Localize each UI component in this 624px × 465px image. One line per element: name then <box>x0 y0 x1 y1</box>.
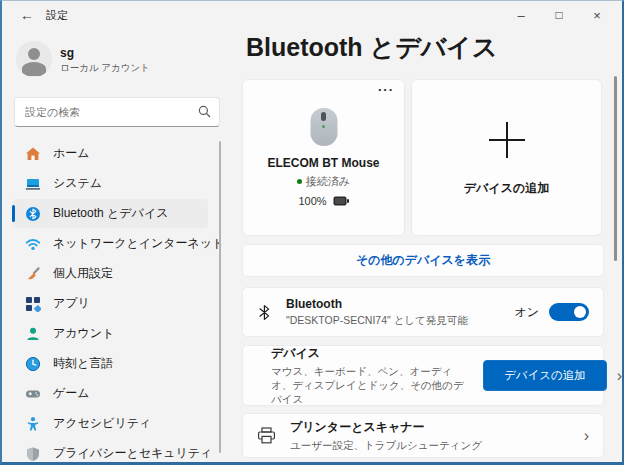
sidebar-item-privacy-security[interactable]: プライバシーとセキュリティ <box>12 439 208 465</box>
main-scrollbar[interactable] <box>614 76 617 261</box>
sidebar-item-time-language[interactable]: 時刻と言語 <box>12 349 208 378</box>
printers-row[interactable]: プリンターとスキャナー ユーザー設定、トラブルシューティング › <box>242 413 604 458</box>
sidebar-scrollbar[interactable] <box>219 141 221 453</box>
sidebar-item-accounts[interactable]: アカウント <box>12 319 208 348</box>
sidebar-item-personalization[interactable]: 個人用設定 <box>12 259 208 288</box>
sidebar-item-bluetooth-devices[interactable]: Bluetooth とデバイス <box>12 199 208 228</box>
sidebar-item-label: システム <box>53 175 102 192</box>
sidebar-item-label: ゲーム <box>53 385 90 402</box>
sidebar-item-accessibility[interactable]: アクセシビリティ <box>12 409 208 438</box>
device-status: 接続済み <box>243 174 404 189</box>
chevron-right-icon: › <box>584 428 589 444</box>
user-name: sg <box>60 46 74 60</box>
bluetooth-row-title: Bluetooth <box>286 297 468 311</box>
printers-row-subtitle: ユーザー設定、トラブルシューティング <box>290 438 482 452</box>
back-button[interactable]: ← <box>14 4 40 26</box>
add-device-button[interactable]: デバイスの追加 <box>483 360 607 391</box>
add-device-card[interactable]: デバイスの追加 <box>411 79 602 236</box>
maximize-button[interactable]: □ <box>540 1 578 29</box>
user-account-button[interactable]: sg ローカル アカウント <box>16 41 216 81</box>
sidebar-item-system[interactable]: システム <box>12 169 208 198</box>
gaming-icon <box>25 386 41 402</box>
battery-icon <box>333 196 349 206</box>
show-more-devices-button[interactable]: その他のデバイスを表示 <box>242 244 604 277</box>
accessibility-icon <box>25 416 41 432</box>
personalization-icon <box>25 266 41 282</box>
chevron-right-icon: › <box>617 368 622 384</box>
sidebar-item-label: アクセシビリティ <box>53 415 151 432</box>
device-card: ··· ELECOM BT Mouse 接続済み 100% <box>242 79 405 236</box>
plus-icon <box>487 120 527 160</box>
sidebar-item-label: ネットワークとインターネット <box>53 235 224 252</box>
sidebar-item-gaming[interactable]: ゲーム <box>12 379 208 408</box>
sidebar-item-label: アカウント <box>53 325 114 342</box>
devices-row-title: デバイス <box>271 345 469 362</box>
add-device-card-label: デバイスの追加 <box>412 180 601 197</box>
window-controls: – □ × <box>502 1 616 29</box>
settings-search <box>14 97 220 127</box>
devices-row-subtitle: マウス、キーボード、ペン、オーディオ、ディスプレイとドック、その他のデバイス <box>271 364 469 407</box>
accounts-icon <box>25 326 41 342</box>
printer-icon <box>257 427 276 444</box>
device-menu-button[interactable]: ··· <box>378 82 394 97</box>
device-name: ELECOM BT Mouse <box>243 156 404 170</box>
mouse-image <box>310 108 337 146</box>
user-account-type: ローカル アカウント <box>60 62 150 75</box>
devices-row[interactable]: デバイス マウス、キーボード、ペン、オーディオ、ディスプレイとドック、その他のデ… <box>242 345 604 406</box>
sidebar-item-home[interactable]: ホーム <box>12 139 208 168</box>
bluetooth-toggle-row[interactable]: Bluetooth "DESKTOP-SECNI74" として発見可能 オン <box>242 287 604 337</box>
settings-window: ← 設定 – □ × sg ローカル アカウント <box>0 0 624 465</box>
avatar-person-icon <box>28 48 40 60</box>
close-button[interactable]: × <box>578 1 616 29</box>
toggle-state-label: オン <box>514 304 539 321</box>
sidebar-item-label: ホーム <box>53 145 90 162</box>
avatar <box>16 41 52 77</box>
sidebar-item-network[interactable]: ネットワークとインターネット <box>12 229 208 258</box>
sidebar-item-label: 時刻と言語 <box>53 355 113 372</box>
bluetooth-toggle[interactable] <box>549 303 589 321</box>
apps-icon <box>25 296 41 312</box>
home-icon <box>25 146 41 162</box>
sidebar-item-apps[interactable]: アプリ <box>12 289 208 318</box>
titlebar: ← 設定 – □ × <box>2 1 622 29</box>
network-icon <box>25 236 41 252</box>
settings-nav: ホーム システム Bluetooth とデバイス <box>12 139 208 465</box>
main-content: Bluetooth とデバイス ··· ELECOM BT Mouse 接続済み… <box>234 29 622 462</box>
app-title: 設定 <box>46 8 68 23</box>
system-icon <box>25 176 41 192</box>
sidebar-item-label: プライバシーとセキュリティ <box>53 445 212 462</box>
page-title: Bluetooth とデバイス <box>246 31 498 64</box>
sidebar-item-label: Bluetooth とデバイス <box>53 205 168 222</box>
time-language-icon <box>25 356 41 372</box>
device-battery: 100% <box>243 195 404 207</box>
bluetooth-glyph-icon <box>257 304 272 321</box>
sidebar: sg ローカル アカウント ホーム <box>2 29 234 462</box>
sidebar-item-label: 個人用設定 <box>53 265 113 282</box>
search-input[interactable] <box>14 97 220 127</box>
minimize-button[interactable]: – <box>502 1 540 29</box>
printers-row-title: プリンターとスキャナー <box>290 419 482 436</box>
sidebar-item-label: アプリ <box>53 295 90 312</box>
bluetooth-row-subtitle: "DESKTOP-SECNI74" として発見可能 <box>286 313 468 327</box>
bluetooth-icon <box>25 206 41 222</box>
search-icon <box>198 105 211 118</box>
connected-dot <box>297 179 302 184</box>
privacy-icon <box>25 446 41 462</box>
